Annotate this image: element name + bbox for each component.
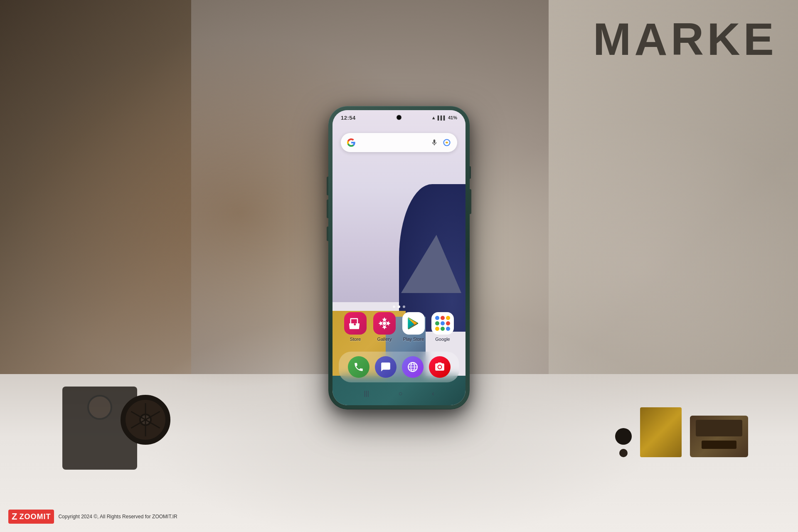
app-row-main: Store Gallery (341, 312, 457, 342)
page-dot-1 (393, 305, 395, 308)
right-decorative-objects (615, 407, 748, 457)
playstore-app-label: Play Store (403, 337, 424, 342)
google-logo (347, 138, 356, 147)
dock-camera-app[interactable] (429, 356, 451, 378)
store-app-label: Store (350, 337, 361, 342)
mic-icon[interactable] (430, 138, 439, 147)
dock-messages-app[interactable] (375, 356, 397, 378)
back-button[interactable]: ‹ (432, 390, 434, 397)
bixby-button[interactable] (327, 227, 328, 241)
google-search-bar[interactable] (341, 133, 457, 152)
google-dots (431, 312, 454, 335)
app-grid: Store Gallery (332, 305, 466, 345)
svg-point-1 (446, 142, 448, 143)
battery-indicator: 41% (448, 115, 457, 120)
gdot-2 (441, 316, 445, 320)
gdot-4 (435, 321, 439, 325)
gdot-6 (446, 321, 450, 325)
gallery-app-icon (373, 312, 396, 335)
home-button[interactable]: ○ (399, 390, 403, 397)
svg-point-2 (383, 322, 386, 325)
app-item-google[interactable]: Google (429, 312, 456, 342)
front-camera (397, 115, 401, 120)
gdot-9 (446, 327, 450, 331)
box-object (640, 407, 682, 457)
google-lens-icon[interactable] (442, 138, 451, 147)
gallery-app-label: Gallery (377, 337, 392, 342)
copyright-text: Copyright 2024 ©, All Rights Reserved fo… (58, 514, 177, 520)
zoomit-brand-text: ZOOMIT (19, 512, 51, 521)
gdot-7 (435, 327, 439, 331)
volume-up-button[interactable] (327, 177, 328, 195)
google-app-icon (431, 312, 454, 335)
recents-button[interactable]: ||| (364, 390, 369, 397)
page-dot-3 (403, 305, 405, 308)
playstore-app-icon (402, 312, 425, 335)
phone-device: 12:54 ▲ ▌▌▌ 41% (328, 106, 470, 409)
status-time: 12:54 (341, 115, 356, 121)
status-icons: ▲ ▌▌▌ 41% (431, 115, 457, 120)
radio-object (690, 416, 748, 457)
app-item-gallery[interactable]: Gallery (371, 312, 398, 342)
wifi-icon: ▲ (431, 115, 436, 120)
background-marke-text: MARKE (593, 12, 777, 65)
page-dot-2 (398, 305, 400, 308)
google-app-label: Google (435, 337, 450, 342)
gdot-3 (446, 316, 450, 320)
zoomit-logo: Z ZOOMIT (8, 510, 54, 524)
dock-phone-app[interactable] (348, 356, 369, 378)
gdot-1 (435, 316, 439, 320)
gdot-5 (441, 321, 445, 325)
app-item-store[interactable]: Store (342, 312, 369, 342)
signal-icon: ▌▌▌ (438, 116, 446, 120)
gdot-8 (441, 327, 445, 331)
page-indicators (341, 305, 457, 308)
dock-browser-app[interactable] (402, 356, 424, 378)
navigation-bar: ||| ○ ‹ (332, 386, 466, 401)
phone-shell: 12:54 ▲ ▌▌▌ 41% (328, 106, 470, 409)
power-button[interactable] (470, 189, 471, 214)
store-app-icon (344, 312, 367, 335)
zoomit-z-icon: Z (12, 511, 17, 522)
app-item-playstore[interactable]: Play Store (400, 312, 427, 342)
volume-down-button[interactable] (327, 200, 328, 218)
dock-bar (339, 352, 459, 382)
film-reel-object (121, 395, 175, 449)
phone-screen: 12:54 ▲ ▌▌▌ 41% (332, 110, 466, 405)
watermark: Z ZOOMIT Copyright 2024 ©, All Rights Re… (8, 510, 177, 524)
top-right-button (470, 166, 471, 179)
